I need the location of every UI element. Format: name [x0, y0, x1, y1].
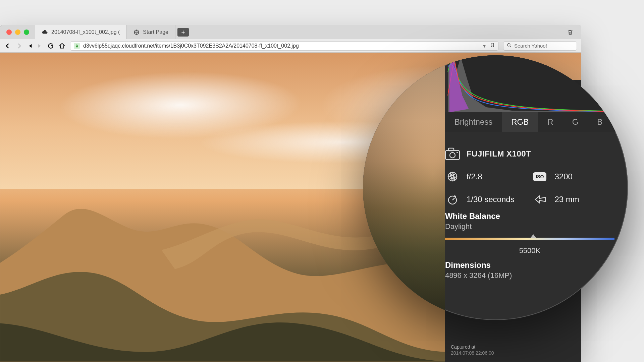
- rewind-button[interactable]: [27, 43, 33, 49]
- cloud-icon: [42, 29, 48, 35]
- trash-button[interactable]: [559, 25, 581, 39]
- captured-label: Captured at: [451, 344, 575, 350]
- tab-bar: 20140708-ff_x100t_002.jpg ( Start Page: [0, 25, 581, 39]
- shutter-value: 1/30 seconds: [467, 195, 527, 204]
- chevron-right-icon: [16, 43, 22, 49]
- wb-indicator: [531, 234, 536, 239]
- search-box[interactable]: ▼: [503, 41, 577, 51]
- svg-point-7: [448, 172, 457, 181]
- tab-image[interactable]: 20140708-ff_x100t_002.jpg (: [35, 25, 127, 39]
- dimensions-block: Dimensions 4896 x 3264 (16MP): [445, 260, 614, 280]
- skip-back-icon: [27, 43, 33, 49]
- dimensions-title: Dimensions: [445, 260, 614, 270]
- captured-at: Captured at 2014:07:08 22:06:00: [451, 344, 575, 356]
- tab-label: Start Page: [143, 29, 168, 35]
- close-window-button[interactable]: [6, 29, 12, 35]
- zoom-window-button[interactable]: [24, 29, 29, 35]
- url-text: d3vv6lp55qjaqc.cloudfront.net/items/1B3j…: [83, 43, 299, 49]
- home-button[interactable]: [59, 43, 65, 49]
- tab-startpage[interactable]: Start Page: [127, 25, 175, 39]
- svg-point-6: [457, 152, 458, 153]
- iso-badge: ISO: [533, 172, 546, 181]
- svg-point-1: [507, 44, 510, 46]
- bookmark-icon: [490, 42, 495, 48]
- tab-rgb[interactable]: RGB: [502, 112, 538, 132]
- svg-rect-4: [448, 148, 454, 151]
- wb-slider[interactable]: [445, 238, 614, 240]
- globe-icon: [133, 29, 140, 35]
- tab-g[interactable]: G: [563, 112, 588, 132]
- histogram-tabs: Brightness RGB R G B: [445, 112, 628, 132]
- reload-icon: [47, 43, 54, 49]
- new-tab-button[interactable]: [177, 28, 189, 37]
- tab-b[interactable]: B: [588, 112, 612, 132]
- iso-value: 3200: [554, 172, 614, 181]
- aperture-value: f/2.8: [467, 172, 527, 181]
- reload-button[interactable]: [47, 43, 54, 49]
- forward-button[interactable]: [16, 43, 22, 49]
- svg-point-5: [450, 153, 455, 158]
- tab-r[interactable]: R: [538, 112, 562, 132]
- wb-title: White Balance: [445, 212, 614, 221]
- back-button[interactable]: [4, 43, 11, 49]
- focal-value: 23 mm: [554, 195, 614, 204]
- histogram: [448, 55, 628, 112]
- camera-icon: [445, 146, 460, 161]
- captured-value: 2014:07:08 22:06:00: [451, 350, 575, 356]
- wb-kelvin: 5500K: [445, 246, 614, 255]
- trash-icon: [567, 29, 574, 36]
- exif-block: FUJIFILM X100T f/2.8 ISO 3200 1/30 secon…: [445, 138, 614, 215]
- fast-forward-button[interactable]: [37, 43, 43, 49]
- focal-length-icon: [533, 192, 548, 207]
- toolbar: d3vv6lp55qjaqc.cloudfront.net/items/1B3j…: [0, 39, 581, 53]
- url-dropdown-icon[interactable]: ▼: [482, 43, 487, 49]
- aperture-icon: [445, 169, 460, 184]
- camera-model: FUJIFILM X100T: [467, 149, 531, 159]
- bookmark-button[interactable]: [490, 42, 495, 49]
- tab-brightness[interactable]: Brightness: [445, 112, 502, 132]
- lock-icon: [74, 43, 80, 49]
- minimize-window-button[interactable]: [15, 29, 20, 35]
- home-icon: [59, 43, 65, 49]
- search-input[interactable]: [514, 43, 578, 49]
- white-balance: White Balance Daylight 5500K: [445, 212, 614, 255]
- iso-icon: ISO: [533, 169, 548, 184]
- search-dropdown-icon[interactable]: ▼: [581, 43, 581, 49]
- wb-mode: Daylight: [445, 222, 614, 231]
- magnifier-loupe: Brightness RGB R G B FUJIFILM X100T f/2.…: [363, 55, 628, 320]
- skip-forward-icon: [37, 43, 43, 49]
- dimensions-value: 4896 x 3264 (16MP): [445, 271, 614, 280]
- chevron-left-icon: [4, 43, 11, 49]
- search-provider-icon: [507, 43, 512, 49]
- tab-label: 20140708-ff_x100t_002.jpg (: [51, 29, 120, 35]
- window-controls: [0, 25, 35, 39]
- shutter-icon: [445, 192, 460, 207]
- address-bar[interactable]: d3vv6lp55qjaqc.cloudfront.net/items/1B3j…: [70, 41, 498, 51]
